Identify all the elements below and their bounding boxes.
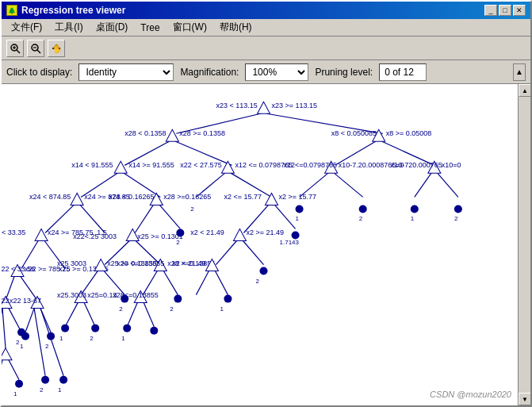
svg-line-112	[215, 271, 228, 295]
svg-line-149	[9, 360, 19, 380]
svg-line-85	[216, 240, 236, 264]
svg-marker-23	[114, 161, 127, 173]
svg-text:1: 1	[220, 305, 224, 313]
svg-marker-78	[233, 228, 246, 240]
window-title: Regression tree viewer	[21, 5, 125, 16]
svg-line-109	[196, 271, 209, 295]
svg-point-144	[123, 324, 131, 332]
svg-line-5	[37, 50, 40, 53]
svg-line-132	[144, 303, 154, 327]
svg-marker-8	[257, 102, 270, 113]
toolbar: ✋	[2, 36, 530, 60]
zoom-in-button[interactable]	[6, 40, 24, 57]
svg-marker-26	[221, 161, 234, 173]
tree-svg: .tree-text { font-family: Arial, sans-se…	[2, 84, 518, 405]
svg-text:x22: x22	[2, 297, 10, 305]
svg-line-40	[335, 173, 363, 197]
svg-text:x8 >= 0.05008: x8 >= 0.05008	[386, 129, 432, 137]
svg-text:1: 1	[20, 343, 24, 350]
vertical-scrollbar[interactable]: ▲ ▼	[518, 84, 530, 405]
title-bar: 🌲 Regression tree viewer _ □ ✕	[2, 2, 530, 19]
svg-line-129	[84, 303, 95, 327]
menu-window[interactable]: 窗口(W)	[166, 19, 213, 36]
svg-point-55	[359, 205, 367, 213]
magnification-select[interactable]: 100%	[245, 63, 308, 81]
svg-text:x2 >= 15.77: x2 >= 15.77	[279, 193, 317, 201]
svg-point-69	[292, 231, 300, 239]
svg-text:x24 < 874.85: x24 < 874.85	[29, 193, 71, 201]
svg-text:x25 >= 0.1301: x25 >= 0.1301	[137, 232, 183, 240]
pan-button[interactable]: ✋	[48, 40, 65, 57]
svg-text:2: 2	[45, 343, 49, 350]
watermark: CSDN @mozun2020	[430, 390, 511, 399]
title-buttons: _ □ ✕	[484, 5, 526, 16]
svg-text:x14 < 91.555: x14 < 91.555	[71, 161, 113, 169]
svg-text:x2 <= 15.77: x2 <= 15.77	[224, 193, 262, 201]
svg-point-106	[174, 295, 182, 303]
svg-text:x2 < 21.49: x2 < 21.49	[190, 228, 224, 236]
main-content: .tree-text { font-family: Arial, sans-se…	[2, 84, 530, 405]
svg-text:x28 >= 0.1358: x28 >= 0.1358	[179, 129, 225, 137]
main-window: 🌲 Regression tree viewer _ □ ✕ 文件(F) 工具(…	[0, 0, 532, 407]
svg-point-142	[91, 324, 99, 332]
maximize-button[interactable]: □	[499, 5, 511, 16]
scroll-down-button[interactable]: ▼	[519, 393, 530, 405]
svg-text:x28 < 0.16265: x28 < 0.16265	[109, 193, 154, 201]
display-label: Click to display:	[6, 67, 72, 78]
svg-text:x23 < 113.15: x23 < 113.15	[216, 102, 257, 109]
title-bar-left: 🌲 Regression tree viewer	[6, 5, 125, 16]
svg-point-140	[61, 324, 69, 332]
svg-text:x8 < 0.050085: x8 < 0.050085	[331, 129, 377, 137]
svg-point-59	[454, 205, 462, 213]
svg-text:x22 13-67: x22 13-67	[10, 297, 41, 305]
svg-text:x28<=0.13855: x28<=0.13855	[113, 291, 159, 299]
svg-point-131	[150, 327, 158, 335]
svg-marker-13	[166, 129, 178, 141]
svg-point-136	[21, 332, 29, 340]
tree-canvas[interactable]: .tree-text { font-family: Arial, sans-se…	[2, 84, 518, 405]
svg-text:x2 < 21.49: x2 < 21.49	[172, 259, 205, 267]
svg-text:x10=0: x10=0	[442, 161, 461, 169]
pruning-scrollbar[interactable]: ▲	[513, 63, 526, 81]
svg-marker-43	[71, 193, 83, 205]
menu-bar: 文件(F) 工具(I) 桌面(D) Tree 窗口(W) 帮助(H)	[2, 19, 530, 36]
svg-line-66	[159, 205, 180, 228]
minimize-button[interactable]: _	[484, 5, 497, 16]
svg-text:1: 1	[58, 386, 62, 394]
menu-desktop[interactable]: 桌面(D)	[90, 19, 135, 36]
svg-text:2: 2	[40, 386, 44, 394]
menu-file[interactable]: 文件(F)	[5, 19, 48, 36]
svg-text:x23 >= 113.15: x23 >= 113.15	[272, 102, 318, 109]
close-button[interactable]: ✕	[513, 5, 526, 16]
menu-help[interactable]: 帮助(H)	[213, 19, 258, 36]
svg-text:x25.3003: x25.3003	[57, 291, 86, 299]
scroll-up-button[interactable]: ▲	[519, 84, 530, 97]
svg-text:2: 2	[454, 215, 458, 222]
menu-tools[interactable]: 工具(I)	[48, 19, 89, 36]
svg-line-125	[9, 309, 21, 332]
svg-text:x14 >= 91.555: x14 >= 91.555	[128, 161, 174, 169]
svg-line-148	[2, 360, 2, 380]
svg-text:1: 1	[296, 215, 300, 222]
svg-text:1: 1	[13, 390, 17, 397]
svg-text:x10-720.000765: x10-720.000765	[391, 161, 442, 169]
svg-line-130	[127, 303, 137, 327]
svg-point-110	[224, 295, 232, 303]
svg-line-128	[65, 303, 78, 327]
svg-text:x12<=0.0798765: x12<=0.0798765	[284, 161, 338, 169]
svg-text:x28 < 0.1358: x28 < 0.1358	[124, 129, 166, 137]
zoom-out-button[interactable]	[27, 40, 44, 57]
svg-point-154	[41, 376, 49, 384]
svg-point-57	[411, 205, 419, 213]
display-select[interactable]: Identity	[78, 63, 174, 81]
svg-text:1: 1	[411, 215, 415, 222]
svg-marker-146	[2, 348, 12, 360]
menu-tree[interactable]: Tree	[134, 21, 166, 35]
svg-text:1: 1	[121, 335, 125, 342]
controls-bar: Click to display: Identity Magnification…	[2, 60, 530, 84]
svg-line-108	[163, 271, 178, 295]
svg-text:x22<.25 3003: x22<.25 3003	[73, 232, 117, 240]
svg-line-1	[17, 50, 20, 53]
svg-marker-71	[35, 228, 48, 240]
svg-line-63	[135, 205, 153, 232]
